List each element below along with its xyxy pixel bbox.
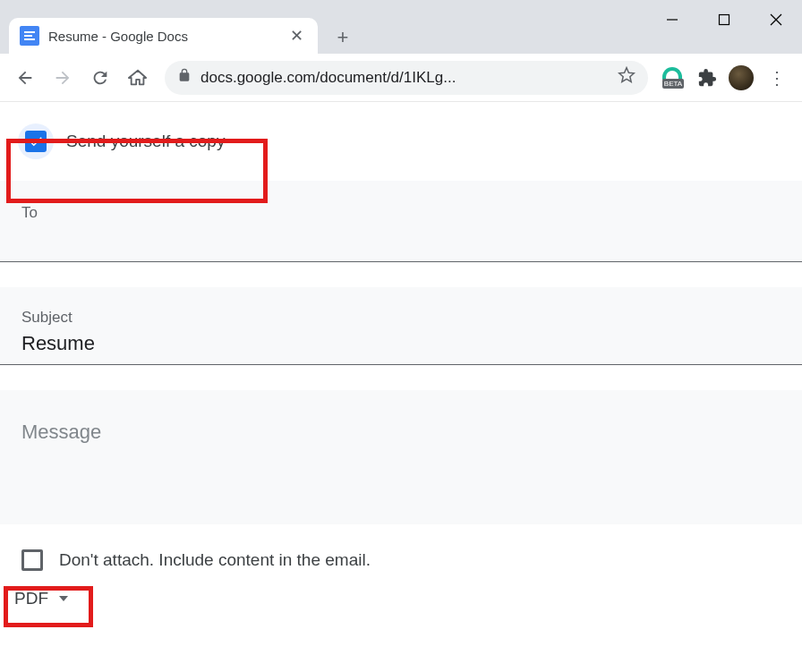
send-copy-checkbox[interactable] bbox=[18, 123, 54, 159]
address-bar[interactable]: docs.google.com/document/d/1IKLg... bbox=[165, 61, 648, 95]
docs-favicon-icon bbox=[20, 26, 39, 46]
to-field[interactable]: To bbox=[0, 181, 802, 262]
subject-label: Subject bbox=[21, 309, 781, 327]
back-button[interactable] bbox=[7, 60, 43, 96]
message-field[interactable]: Message bbox=[0, 390, 802, 524]
chrome-menu-button[interactable]: ⋮ bbox=[759, 60, 795, 96]
forward-button[interactable] bbox=[45, 60, 81, 96]
subject-field[interactable]: Subject Resume bbox=[0, 287, 802, 365]
close-tab-icon[interactable]: ✕ bbox=[286, 26, 307, 46]
send-copy-label: Send yourself a copy bbox=[66, 132, 225, 151]
close-window-button[interactable] bbox=[750, 0, 802, 39]
extensions-puzzle-icon[interactable] bbox=[691, 62, 723, 94]
url-text: docs.google.com/document/d/1IKLg... bbox=[200, 69, 609, 87]
format-dropdown[interactable]: PDF bbox=[0, 580, 802, 608]
format-label: PDF bbox=[14, 589, 48, 608]
new-tab-button[interactable]: + bbox=[327, 21, 359, 54]
lock-icon bbox=[177, 68, 192, 87]
minimize-button[interactable] bbox=[646, 0, 698, 39]
dont-attach-label: Don't attach. Include content in the ema… bbox=[59, 550, 371, 570]
profile-avatar[interactable] bbox=[725, 62, 757, 94]
extension-beta-icon[interactable]: BETA bbox=[657, 62, 689, 94]
reload-button[interactable] bbox=[82, 60, 118, 96]
home-button[interactable] bbox=[120, 60, 156, 96]
subject-value: Resume bbox=[21, 327, 781, 355]
bookmark-star-icon[interactable] bbox=[618, 66, 636, 89]
tab-title: Resume - Google Docs bbox=[48, 29, 277, 44]
dont-attach-checkbox[interactable] bbox=[21, 549, 43, 571]
maximize-button[interactable] bbox=[698, 0, 750, 39]
to-value bbox=[21, 222, 781, 247]
dont-attach-row: Don't attach. Include content in the ema… bbox=[0, 524, 802, 580]
window-controls bbox=[646, 0, 802, 39]
svg-rect-1 bbox=[720, 15, 729, 25]
browser-tab[interactable]: Resume - Google Docs ✕ bbox=[9, 18, 318, 54]
dropdown-arrow-icon bbox=[59, 596, 68, 601]
to-label: To bbox=[21, 204, 781, 222]
browser-toolbar: docs.google.com/document/d/1IKLg... BETA… bbox=[0, 54, 802, 102]
message-label: Message bbox=[21, 421, 781, 444]
checkbox-checked-icon bbox=[25, 131, 47, 152]
send-copy-row: Send yourself a copy bbox=[0, 102, 802, 181]
email-dialog: Send yourself a copy To Subject Resume M… bbox=[0, 102, 802, 608]
